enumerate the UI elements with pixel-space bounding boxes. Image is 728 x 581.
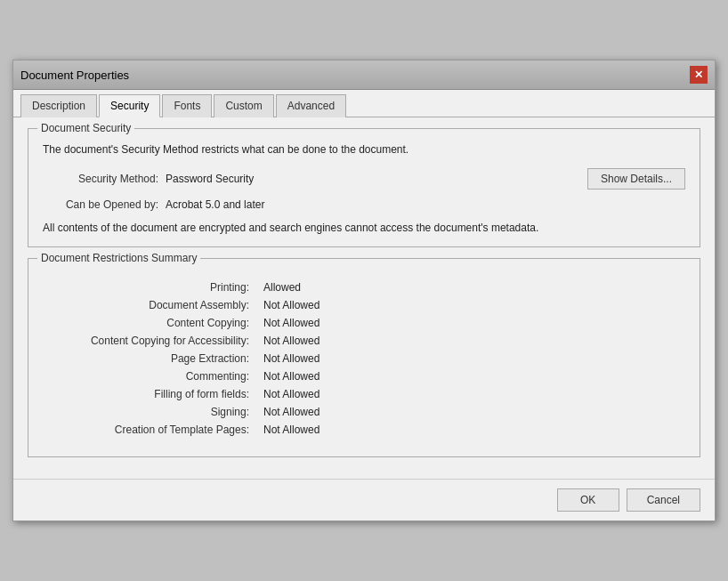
- cancel-button[interactable]: Cancel: [627, 488, 700, 512]
- can-be-opened-row: Can be Opened by: Acrobat 5.0 and later: [43, 198, 685, 211]
- restriction-value: Not Allowed: [256, 421, 685, 439]
- table-row: Content Copying for Accessibility:Not Al…: [43, 332, 685, 350]
- content-area: Document Security The document's Securit…: [13, 117, 715, 479]
- restriction-value: Not Allowed: [256, 350, 685, 367]
- document-properties-dialog: Document Properties ✕ Description Securi…: [12, 60, 716, 521]
- tab-advanced[interactable]: Advanced: [276, 94, 346, 117]
- restriction-label: Printing:: [43, 278, 256, 296]
- restriction-value: Not Allowed: [256, 403, 685, 421]
- document-security-section: Document Security The document's Securit…: [28, 128, 700, 247]
- restrictions-title: Document Restrictions Summary: [37, 252, 200, 264]
- tab-custom[interactable]: Custom: [214, 94, 273, 117]
- restriction-value: Not Allowed: [256, 385, 685, 403]
- table-row: Creation of Template Pages:Not Allowed: [43, 421, 685, 439]
- restrictions-table: Printing:AllowedDocument Assembly:Not Al…: [43, 278, 685, 439]
- restriction-label: Document Assembly:: [43, 296, 256, 314]
- restriction-label: Page Extraction:: [43, 350, 256, 367]
- ok-button[interactable]: OK: [557, 488, 619, 512]
- restriction-label: Signing:: [43, 403, 256, 421]
- restriction-value: Not Allowed: [256, 314, 685, 332]
- restriction-label: Content Copying:: [43, 314, 256, 332]
- table-row: Commenting:Not Allowed: [43, 367, 685, 385]
- tab-description[interactable]: Description: [20, 94, 97, 117]
- can-be-opened-value: Acrobat 5.0 and later: [166, 198, 264, 211]
- table-row: Signing:Not Allowed: [43, 403, 685, 421]
- title-bar: Document Properties ✕: [13, 61, 715, 90]
- restriction-value: Allowed: [256, 278, 685, 296]
- restriction-value: Not Allowed: [256, 296, 685, 314]
- table-row: Page Extraction:Not Allowed: [43, 350, 685, 367]
- dialog-title: Document Properties: [20, 69, 129, 82]
- table-row: Document Assembly:Not Allowed: [43, 296, 685, 314]
- restriction-value: Not Allowed: [256, 332, 685, 350]
- table-row: Filling of form fields:Not Allowed: [43, 385, 685, 403]
- security-method-row: Security Method: Password Security Show …: [43, 168, 685, 190]
- close-button[interactable]: ✕: [690, 66, 708, 84]
- restriction-label: Creation of Template Pages:: [43, 421, 256, 439]
- tabs-bar: Description Security Fonts Custom Advanc…: [13, 90, 715, 117]
- restriction-value: Not Allowed: [256, 367, 685, 385]
- tab-fonts[interactable]: Fonts: [162, 94, 212, 117]
- security-method-label: Security Method:: [43, 173, 158, 185]
- can-be-opened-label: Can be Opened by:: [43, 198, 158, 211]
- intro-text: The document's Security Method restricts…: [43, 143, 685, 156]
- show-details-button[interactable]: Show Details...: [587, 168, 685, 190]
- tab-security[interactable]: Security: [99, 94, 160, 117]
- document-security-title: Document Security: [37, 122, 134, 134]
- encryption-note: All contents of the document are encrypt…: [43, 220, 685, 236]
- bottom-bar: OK Cancel: [13, 479, 715, 520]
- security-method-value: Password Security: [166, 173, 254, 185]
- table-row: Content Copying:Not Allowed: [43, 314, 685, 332]
- restriction-label: Commenting:: [43, 367, 256, 385]
- document-restrictions-section: Document Restrictions Summary Printing:A…: [28, 258, 700, 457]
- restriction-label: Filling of form fields:: [43, 385, 256, 403]
- table-row: Printing:Allowed: [43, 278, 685, 296]
- restriction-label: Content Copying for Accessibility:: [43, 332, 256, 350]
